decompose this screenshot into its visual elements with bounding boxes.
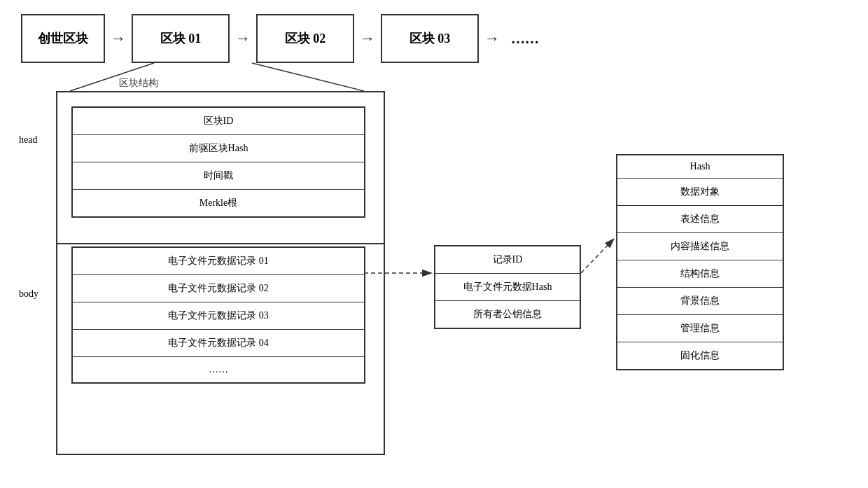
body-field-1: 电子文件元数据记录 02 <box>73 275 364 302</box>
hash-box: Hash 数据对象 表述信息 内容描述信息 结构信息 背景信息 管理信息 固化信… <box>616 154 784 370</box>
genesis-block: 创世区块 <box>21 14 105 63</box>
diagram-container: 创世区块 → 区块 01 → 区块 02 → 区块 03 → …… 区块结构 h… <box>0 0 868 488</box>
hash-field-5: 管理信息 <box>617 315 783 342</box>
body-field-3: 电子文件元数据记录 04 <box>73 330 364 357</box>
hash-field-0: 数据对象 <box>617 179 783 206</box>
chain-ellipsis: …… <box>511 31 539 47</box>
arrow-record-to-hash <box>581 238 615 273</box>
head-label: head <box>19 134 37 146</box>
block-03-label: 区块 03 <box>410 30 451 47</box>
divider-line <box>57 243 384 244</box>
block-02-label: 区块 02 <box>285 30 326 47</box>
body-field-0: 电子文件元数据记录 01 <box>73 248 364 275</box>
arrow-3: → <box>360 29 375 48</box>
arrow-2: → <box>235 29 251 48</box>
body-field-2: 电子文件元数据记录 03 <box>73 302 364 330</box>
head-field-2: 时间戳 <box>73 162 364 190</box>
hash-field-4: 背景信息 <box>617 288 783 315</box>
head-section: 区块ID 前驱区块Hash 时间戳 Merkle根 <box>71 106 365 218</box>
head-field-0: 区块ID <box>73 108 364 135</box>
record-field-1: 电子文件元数据Hash <box>435 274 580 301</box>
structure-area: 区块结构 head body 区块ID 前驱区块Hash 时间戳 Merkle根 <box>21 77 413 469</box>
record-box: 记录ID 电子文件元数据Hash 所有者公钥信息 <box>434 245 581 329</box>
head-field-1: 前驱区块Hash <box>73 135 364 162</box>
chain-row: 创世区块 → 区块 01 → 区块 02 → 区块 03 → …… <box>21 14 847 63</box>
block-01-label: 区块 01 <box>160 30 202 47</box>
hash-field-3: 结构信息 <box>617 260 783 288</box>
arrow-4: → <box>484 29 500 48</box>
hash-title: Hash <box>617 155 783 179</box>
body-label: body <box>19 288 38 300</box>
outer-box: head body 区块ID 前驱区块Hash 时间戳 Merkle根 <box>56 91 385 455</box>
hash-field-2: 内容描述信息 <box>617 233 783 260</box>
block-01: 区块 01 <box>132 14 230 63</box>
block-03: 区块 03 <box>381 14 479 63</box>
record-field-2: 所有者公钥信息 <box>435 301 580 328</box>
genesis-label: 创世区块 <box>38 30 88 47</box>
structure-label: 区块结构 <box>119 77 158 90</box>
block-02: 区块 02 <box>256 14 354 63</box>
head-field-3: Merkle根 <box>73 190 364 216</box>
hash-field-6: 固化信息 <box>617 342 783 369</box>
body-section: 电子文件元数据记录 01 电子文件元数据记录 02 电子文件元数据记录 03 电… <box>71 246 365 384</box>
arrow-1: → <box>111 29 126 48</box>
body-field-4: …… <box>73 357 364 382</box>
hash-field-1: 表述信息 <box>617 206 783 233</box>
record-field-0: 记录ID <box>435 246 580 274</box>
